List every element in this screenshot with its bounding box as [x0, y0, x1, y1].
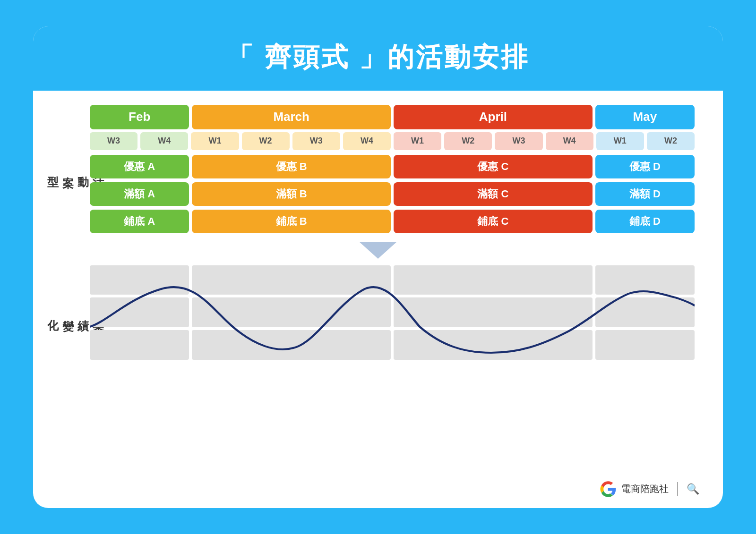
week-april-w1: W1	[394, 132, 441, 150]
week-march-w4: W4	[343, 132, 391, 150]
week-april-w4: W4	[546, 132, 593, 150]
header-band: 「 齊頭式 」的活動安排	[33, 26, 723, 91]
down-arrow-icon	[359, 242, 397, 259]
act-mane-a: 滿額 A	[90, 182, 189, 206]
month-may: May	[595, 105, 695, 129]
activity-row-youhui: 優惠 A 優惠 B 優惠 C 優惠 D	[90, 155, 695, 178]
chart-section: 業績變化	[33, 265, 723, 360]
act-pudi-a: 鋪底 A	[90, 210, 189, 233]
week-march-w3: W3	[292, 132, 340, 150]
search-icon[interactable]: 🔍	[687, 483, 699, 495]
content-area: 活動案型 Feb March April May W3 W4 W1 W2 W3 …	[33, 105, 723, 263]
main-card: 「 齊頭式 」的活動安排 活動案型 Feb March April May W3…	[33, 26, 723, 508]
activity-row-pudi: 鋪底 A 鋪底 B 鋪底 C 鋪底 D	[90, 210, 695, 233]
act-mane-d: 滿額 D	[595, 182, 695, 206]
google-logo-icon	[600, 481, 617, 498]
act-youhui-c: 優惠 C	[394, 155, 593, 178]
brand-name: 電商陪跑社	[621, 483, 669, 495]
week-row: W3 W4 W1 W2 W3 W4 W1 W2 W3 W4 W1 W2	[90, 132, 695, 150]
act-pudi-c: 鋪底 C	[394, 210, 593, 233]
performance-chart	[90, 265, 695, 360]
grid-area: Feb March April May W3 W4 W1 W2 W3 W4 W1…	[90, 105, 695, 233]
activity-rows: 優惠 A 優惠 B 優惠 C 優惠 D 滿額 A 滿額 B 滿額 C 滿額 D	[90, 155, 695, 233]
month-april: April	[394, 105, 593, 129]
page-title: 「 齊頭式 」的活動安排	[33, 40, 723, 76]
act-youhui-a: 優惠 A	[90, 155, 189, 178]
act-pudi-b: 鋪底 B	[192, 210, 391, 233]
month-march: March	[192, 105, 391, 129]
calendar-section: 活動案型 Feb March April May W3 W4 W1 W2 W3 …	[61, 105, 695, 233]
week-feb-w3: W3	[90, 132, 137, 150]
performance-label: 業績變化	[61, 265, 90, 360]
week-march-w1: W1	[191, 132, 239, 150]
activity-row-man-e: 滿額 A 滿額 B 滿額 C 滿額 D	[90, 182, 695, 206]
week-may-w2: W2	[647, 132, 695, 150]
month-feb: Feb	[90, 105, 189, 129]
act-youhui-d: 優惠 D	[595, 155, 695, 178]
activity-type-label: 活動案型	[61, 105, 90, 233]
footer: 電商陪跑社 🔍	[600, 481, 699, 498]
week-april-w2: W2	[444, 132, 492, 150]
act-pudi-d: 鋪底 D	[595, 210, 695, 233]
footer-divider	[677, 482, 678, 496]
act-mane-c: 滿額 C	[394, 182, 593, 206]
week-april-w3: W3	[495, 132, 542, 150]
act-mane-b: 滿額 B	[192, 182, 391, 206]
week-march-w2: W2	[242, 132, 290, 150]
week-may-w1: W1	[596, 132, 644, 150]
act-youhui-b: 優惠 B	[192, 155, 391, 178]
chart-area	[90, 265, 695, 360]
month-row: Feb March April May	[90, 105, 695, 129]
arrow-section	[61, 242, 695, 259]
week-feb-w4: W4	[140, 132, 188, 150]
